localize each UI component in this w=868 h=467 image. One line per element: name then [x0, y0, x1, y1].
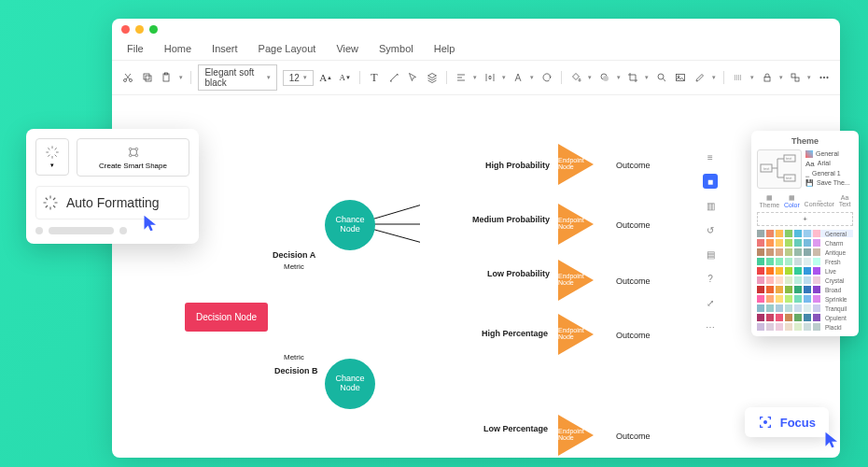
- low-prob-label: Low Probability: [487, 269, 550, 278]
- group-icon[interactable]: [789, 69, 803, 86]
- svg-point-7: [603, 76, 609, 81]
- paste-icon[interactable]: [160, 69, 174, 86]
- align-icon[interactable]: [455, 69, 469, 86]
- palette-row-sprinkle[interactable]: Sprinkle: [757, 295, 853, 303]
- svg-point-14: [820, 77, 822, 78]
- shadow-icon[interactable]: [597, 69, 611, 86]
- minimize-window-dot[interactable]: [135, 25, 144, 34]
- palette-row-broad[interactable]: Broad: [757, 286, 853, 293]
- smart-shape-popup: ▾ Create Smart Shape Auto Formatting: [26, 129, 199, 244]
- crop-icon[interactable]: [626, 69, 640, 86]
- side-page-icon[interactable]: ▤: [703, 247, 718, 262]
- svg-text:text: text: [763, 166, 770, 171]
- theme-panel: Theme texttexttext General AaArial ⎯Gene…: [751, 131, 859, 336]
- pen-icon[interactable]: [693, 69, 707, 86]
- more-icon[interactable]: [817, 69, 831, 86]
- menu-help[interactable]: Help: [434, 43, 455, 54]
- side-help-icon[interactable]: ?: [703, 271, 718, 286]
- palette-row-fresh[interactable]: Fresh: [757, 258, 853, 265]
- metric-label-b: Metric: [284, 353, 304, 361]
- line-style-icon[interactable]: [732, 69, 746, 86]
- palette-row-charm[interactable]: Charm: [757, 239, 853, 247]
- theme-preview-thumbnail[interactable]: texttexttext: [757, 149, 802, 189]
- font-size-select[interactable]: 12▾: [283, 70, 314, 86]
- svg-point-27: [135, 154, 138, 157]
- svg-line-21: [371, 229, 420, 243]
- smart-shape-icon-button[interactable]: ▾: [35, 138, 69, 176]
- pointer-tool-icon[interactable]: [406, 69, 420, 86]
- svg-rect-13: [795, 78, 799, 81]
- menu-home[interactable]: Home: [164, 43, 191, 54]
- search-icon[interactable]: [654, 69, 668, 86]
- endpoint-node-4[interactable]: Endpoint Node: [558, 314, 594, 355]
- menu-view[interactable]: View: [336, 43, 358, 54]
- menu-file[interactable]: File: [127, 43, 144, 54]
- side-history-icon[interactable]: ↺: [703, 222, 718, 237]
- palette-row-antique[interactable]: Antique: [757, 248, 853, 256]
- window-titlebar: [112, 19, 840, 39]
- image-icon[interactable]: [674, 69, 688, 86]
- endpoint-node-5[interactable]: Endpoint Node: [558, 415, 594, 456]
- decision-node[interactable]: Decision Node: [185, 303, 268, 332]
- toolbar: ▾ Elegant soft black▾ 12▾ A▲ A▼ T ▾ ▾ ▾ …: [112, 61, 840, 95]
- svg-rect-3: [144, 74, 149, 79]
- palette-row-tranquil[interactable]: Tranquil: [757, 304, 853, 312]
- app-window: File Home Insert Page Layout View Symbol…: [112, 19, 840, 458]
- side-expand-icon[interactable]: ⤢: [703, 295, 718, 310]
- rotate-icon[interactable]: [539, 69, 553, 86]
- endpoint-node-1[interactable]: Endpoint Node: [558, 144, 594, 185]
- side-more-icon[interactable]: ⋯: [703, 319, 718, 334]
- side-theme-icon[interactable]: ■: [703, 174, 718, 189]
- theme-tab-theme[interactable]: ▦Theme: [759, 194, 779, 208]
- text-align-icon[interactable]: [511, 69, 525, 86]
- menubar: File Home Insert Page Layout View Symbol…: [112, 39, 840, 61]
- focus-button[interactable]: Focus: [745, 407, 829, 437]
- theme-tab-color[interactable]: ▦Color: [784, 194, 800, 208]
- menu-pagelayout[interactable]: Page Layout: [259, 43, 316, 54]
- high-pct-label: High Percentage: [482, 329, 548, 338]
- svg-point-16: [827, 77, 829, 78]
- side-layout-icon[interactable]: ▥: [703, 198, 718, 213]
- palette-row-crystal[interactable]: Crystal: [757, 276, 853, 284]
- svg-text:text: text: [786, 176, 792, 180]
- palette-row-opulent[interactable]: Opulent: [757, 314, 853, 321]
- add-palette-button[interactable]: +: [757, 212, 853, 226]
- chance-node-b[interactable]: Chance Node: [325, 359, 375, 409]
- maximize-window-dot[interactable]: [149, 25, 158, 34]
- popup-page-dots: [35, 227, 189, 234]
- outcome-4: Outcome: [616, 331, 651, 340]
- menu-insert[interactable]: Insert: [212, 43, 238, 54]
- theme-info: General AaArial ⎯General 1 💾Save The...: [805, 149, 853, 189]
- palette-row-live[interactable]: Live: [757, 267, 853, 275]
- decision-a-label: Decision A: [273, 250, 315, 260]
- side-collapse-icon[interactable]: ≡: [703, 149, 718, 164]
- cursor-pointer-2: [823, 430, 842, 454]
- lock-icon[interactable]: [760, 69, 774, 86]
- chance-node-a[interactable]: Chance Node: [325, 200, 375, 250]
- metric-label-a: Metric: [284, 262, 304, 271]
- outcome-2: Outcome: [616, 220, 651, 230]
- font-family-select[interactable]: Elegant soft black▾: [198, 64, 276, 91]
- close-window-dot[interactable]: [121, 25, 130, 34]
- connector-tool-icon[interactable]: [386, 69, 400, 86]
- theme-tab-connector[interactable]: ⎯Connector: [805, 194, 834, 208]
- cut-icon[interactable]: [121, 69, 135, 86]
- svg-point-25: [135, 148, 138, 150]
- text-tool-icon[interactable]: T: [368, 69, 382, 86]
- distribute-icon[interactable]: [483, 69, 497, 86]
- palette-row-placid[interactable]: Placid: [757, 323, 853, 331]
- endpoint-node-2[interactable]: Endpoint Node: [558, 204, 594, 245]
- decrease-font-icon[interactable]: A▼: [338, 69, 352, 86]
- auto-formatting-button[interactable]: Auto Formatting: [35, 186, 189, 219]
- menu-symbol[interactable]: Symbol: [379, 43, 413, 54]
- theme-tab-text[interactable]: AaText: [839, 194, 851, 208]
- copy-icon[interactable]: [141, 69, 155, 86]
- fill-color-icon[interactable]: [569, 69, 583, 86]
- layers-icon[interactable]: [425, 69, 439, 86]
- create-smart-shape-button[interactable]: Create Smart Shape: [77, 138, 189, 177]
- palette-row-general[interactable]: General: [757, 230, 853, 237]
- increase-font-icon[interactable]: A▲: [319, 69, 333, 86]
- endpoint-node-3[interactable]: Endpoint Node: [558, 260, 594, 301]
- svg-rect-12: [791, 74, 795, 78]
- right-side-toolbar: ≡ ■ ▥ ↺ ▤ ? ⤢ ⋯: [700, 149, 721, 334]
